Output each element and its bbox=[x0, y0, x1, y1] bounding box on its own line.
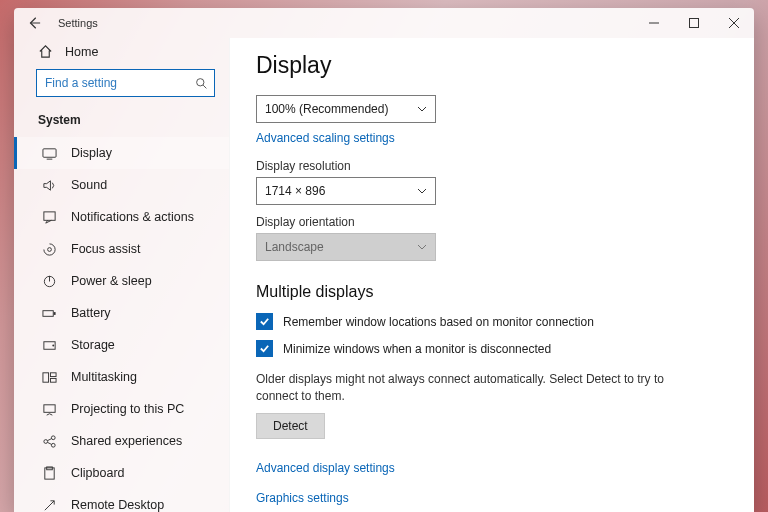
sidebar-item-shared-experiences[interactable]: Shared experiences bbox=[14, 425, 229, 457]
svg-rect-11 bbox=[53, 312, 55, 315]
window-controls bbox=[634, 8, 754, 38]
sidebar-item-power-sleep[interactable]: Power & sleep bbox=[14, 265, 229, 297]
sidebar-item-storage[interactable]: Storage bbox=[14, 329, 229, 361]
sidebar-item-projecting[interactable]: Projecting to this PC bbox=[14, 393, 229, 425]
multitasking-icon bbox=[41, 369, 57, 385]
battery-icon bbox=[41, 305, 57, 321]
sidebar-item-label: Notifications & actions bbox=[71, 210, 194, 224]
content-pane: Display 100% (Recommended) Advanced scal… bbox=[229, 38, 754, 512]
clipboard-icon bbox=[41, 465, 57, 481]
sidebar-item-label: Focus assist bbox=[71, 242, 140, 256]
sidebar-item-label: Power & sleep bbox=[71, 274, 152, 288]
sidebar-item-sound[interactable]: Sound bbox=[14, 169, 229, 201]
svg-point-13 bbox=[52, 344, 54, 346]
page-title: Display bbox=[256, 52, 728, 79]
chevron-down-icon bbox=[417, 104, 427, 114]
sidebar-item-focus-assist[interactable]: Focus assist bbox=[14, 233, 229, 265]
sidebar-item-label: Clipboard bbox=[71, 466, 125, 480]
sound-icon bbox=[41, 177, 57, 193]
display-icon bbox=[41, 145, 57, 161]
advanced-scaling-link[interactable]: Advanced scaling settings bbox=[256, 131, 395, 145]
search-box[interactable] bbox=[36, 69, 215, 97]
svg-rect-10 bbox=[42, 310, 52, 316]
orientation-dropdown: Landscape bbox=[256, 233, 436, 261]
svg-point-7 bbox=[47, 247, 51, 251]
scale-value: 100% (Recommended) bbox=[265, 102, 388, 116]
titlebar: Settings bbox=[14, 8, 754, 38]
orientation-label: Display orientation bbox=[256, 215, 728, 229]
sidebar-item-clipboard[interactable]: Clipboard bbox=[14, 457, 229, 489]
detect-button[interactable]: Detect bbox=[256, 413, 325, 439]
remember-locations-checkbox[interactable]: Remember window locations based on monit… bbox=[256, 313, 728, 330]
window-title: Settings bbox=[58, 17, 98, 29]
sidebar-item-label: Remote Desktop bbox=[71, 498, 164, 512]
sidebar-item-label: Display bbox=[71, 146, 112, 160]
sidebar-item-label: Sound bbox=[71, 178, 107, 192]
detect-help-text: Older displays might not always connect … bbox=[256, 371, 666, 405]
sidebar-item-display[interactable]: Display bbox=[14, 137, 229, 169]
sidebar-item-remote-desktop[interactable]: Remote Desktop bbox=[14, 489, 229, 512]
checkbox-label: Minimize windows when a monitor is disco… bbox=[283, 342, 551, 356]
svg-rect-6 bbox=[43, 211, 54, 219]
svg-rect-15 bbox=[50, 372, 56, 376]
advanced-display-link[interactable]: Advanced display settings bbox=[256, 461, 395, 475]
resolution-dropdown[interactable]: 1714 × 896 bbox=[256, 177, 436, 205]
svg-rect-16 bbox=[50, 378, 56, 382]
svg-line-3 bbox=[203, 85, 206, 88]
storage-icon bbox=[41, 337, 57, 353]
remote-icon bbox=[41, 497, 57, 512]
category-label: System bbox=[14, 107, 229, 137]
svg-rect-14 bbox=[42, 372, 48, 381]
sidebar-item-label: Multitasking bbox=[71, 370, 137, 384]
sidebar-item-multitasking[interactable]: Multitasking bbox=[14, 361, 229, 393]
chevron-down-icon bbox=[417, 242, 427, 252]
svg-point-20 bbox=[51, 443, 55, 447]
home-link[interactable]: Home bbox=[14, 38, 229, 69]
chevron-down-icon bbox=[417, 186, 427, 196]
shared-icon bbox=[41, 433, 57, 449]
checkbox-label: Remember window locations based on monit… bbox=[283, 315, 594, 329]
svg-point-19 bbox=[51, 435, 55, 439]
scale-dropdown[interactable]: 100% (Recommended) bbox=[256, 95, 436, 123]
focus-icon bbox=[41, 241, 57, 257]
search-input[interactable] bbox=[45, 76, 195, 90]
search-icon bbox=[195, 77, 208, 90]
resolution-value: 1714 × 896 bbox=[265, 184, 325, 198]
power-icon bbox=[41, 273, 57, 289]
svg-point-18 bbox=[43, 439, 47, 443]
back-button[interactable] bbox=[24, 13, 44, 33]
multiple-displays-heading: Multiple displays bbox=[256, 283, 728, 301]
sidebar-item-label: Shared experiences bbox=[71, 434, 182, 448]
minimize-button[interactable] bbox=[634, 8, 674, 38]
sidebar-item-label: Storage bbox=[71, 338, 115, 352]
home-icon bbox=[38, 44, 53, 59]
checkbox-checked-icon bbox=[256, 340, 273, 357]
checkbox-checked-icon bbox=[256, 313, 273, 330]
sidebar-item-notifications[interactable]: Notifications & actions bbox=[14, 201, 229, 233]
settings-window: Settings Home System Dis bbox=[14, 8, 754, 512]
svg-rect-1 bbox=[690, 19, 699, 28]
resolution-label: Display resolution bbox=[256, 159, 728, 173]
sidebar-item-label: Battery bbox=[71, 306, 111, 320]
svg-point-2 bbox=[197, 78, 204, 85]
home-label: Home bbox=[65, 45, 98, 59]
sidebar-item-label: Projecting to this PC bbox=[71, 402, 184, 416]
graphics-settings-link[interactable]: Graphics settings bbox=[256, 491, 349, 505]
minimize-on-disconnect-checkbox[interactable]: Minimize windows when a monitor is disco… bbox=[256, 340, 728, 357]
svg-rect-17 bbox=[43, 404, 54, 412]
sidebar: Home System Display Sound bbox=[14, 38, 229, 512]
sidebar-nav: Display Sound Notifications & actions Fo… bbox=[14, 137, 229, 512]
orientation-value: Landscape bbox=[265, 240, 324, 254]
sidebar-item-battery[interactable]: Battery bbox=[14, 297, 229, 329]
svg-rect-4 bbox=[42, 148, 55, 156]
projecting-icon bbox=[41, 401, 57, 417]
maximize-button[interactable] bbox=[674, 8, 714, 38]
notifications-icon bbox=[41, 209, 57, 225]
close-button[interactable] bbox=[714, 8, 754, 38]
